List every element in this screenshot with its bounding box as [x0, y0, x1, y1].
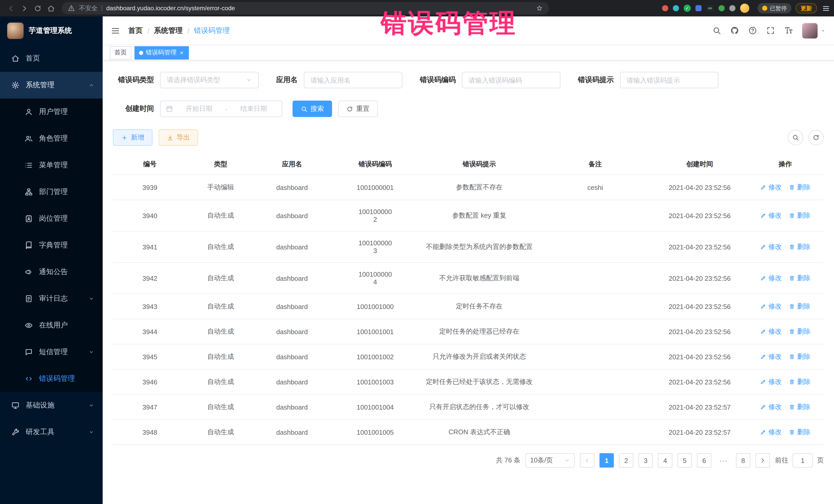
- add-button[interactable]: 新增: [113, 129, 152, 146]
- prev-page-button[interactable]: [580, 453, 594, 467]
- error-code-input[interactable]: [462, 72, 561, 88]
- edit-link[interactable]: 修改: [760, 402, 782, 412]
- breadcrumb-item[interactable]: 首页: [128, 26, 143, 35]
- sidebar-item[interactable]: 角色管理: [0, 125, 103, 152]
- paused-badge[interactable]: 已暂停: [758, 3, 791, 13]
- breadcrumb-item[interactable]: 错误码管理: [194, 26, 230, 35]
- page-size-select[interactable]: 10条/页: [526, 453, 575, 467]
- security-label[interactable]: 不安全: [79, 4, 97, 13]
- sidebar-collapse-icon[interactable]: [111, 26, 120, 35]
- page-button[interactable]: 3: [638, 453, 653, 467]
- search-button[interactable]: 搜索: [292, 101, 332, 117]
- extension-blue-icon[interactable]: [696, 5, 702, 11]
- page-button[interactable]: 5: [678, 453, 692, 467]
- error-type-select[interactable]: 请选择错误码类型: [160, 72, 259, 88]
- close-icon[interactable]: [179, 50, 184, 55]
- cell-code: 1001001004: [330, 394, 421, 420]
- edit-link[interactable]: 修改: [760, 352, 782, 361]
- cell-created: 2021-04-20 23:52:56: [652, 231, 747, 263]
- sidebar-item[interactable]: 审计日志: [0, 285, 103, 312]
- refresh-table-button[interactable]: [808, 130, 824, 145]
- sidebar-item[interactable]: 基础设施: [0, 392, 103, 419]
- font-size-icon[interactable]: [784, 26, 793, 35]
- delete-link[interactable]: 删除: [789, 273, 810, 283]
- sidebar-item[interactable]: 错误码管理: [0, 366, 103, 392]
- sidebar-item[interactable]: 字典管理: [0, 232, 103, 259]
- browser-profile-avatar[interactable]: [740, 4, 749, 13]
- error-hint-input[interactable]: [620, 72, 719, 88]
- reload-icon[interactable]: [31, 2, 44, 15]
- delete-link[interactable]: 删除: [789, 428, 810, 437]
- export-button[interactable]: 导出: [159, 129, 198, 146]
- sidebar-item[interactable]: 在线用户: [0, 312, 103, 339]
- sidebar-item[interactable]: 研发工具: [0, 419, 103, 445]
- forward-icon[interactable]: [18, 2, 31, 15]
- home-icon[interactable]: [44, 2, 58, 15]
- page-button[interactable]: 1: [599, 453, 614, 467]
- update-button[interactable]: 更新: [795, 3, 817, 13]
- fullscreen-icon[interactable]: [766, 26, 775, 35]
- extension-teal-icon[interactable]: [673, 5, 679, 11]
- user-avatar-menu[interactable]: [802, 23, 826, 38]
- edit-link[interactable]: 修改: [760, 377, 782, 387]
- page-button[interactable]: 8: [736, 453, 750, 467]
- sidebar-item[interactable]: 系统管理: [0, 72, 103, 98]
- edit-link[interactable]: 修改: [760, 428, 782, 437]
- page-button[interactable]: 4: [658, 453, 672, 467]
- extension-red-icon[interactable]: [662, 5, 668, 11]
- chrome-menu-icon[interactable]: [822, 4, 830, 12]
- url-text[interactable]: dashboard.yudao.iocoder.cn/system/error-…: [106, 5, 235, 12]
- edit-link[interactable]: 修改: [760, 242, 782, 251]
- goto-page-input[interactable]: [792, 453, 813, 467]
- delete-link[interactable]: 删除: [789, 327, 810, 336]
- breadcrumb-item[interactable]: 系统管理: [154, 26, 183, 35]
- edit-link[interactable]: 修改: [760, 211, 782, 220]
- page-button[interactable]: ···: [717, 453, 731, 467]
- sidebar-item[interactable]: 菜单管理: [0, 152, 103, 179]
- cell-id: 3948: [113, 420, 187, 445]
- delete-link[interactable]: 删除: [789, 302, 810, 311]
- delete-link[interactable]: 删除: [789, 377, 810, 387]
- extension-green-check-icon[interactable]: ✓: [684, 5, 691, 12]
- date-range-picker[interactable]: 开始日期 - 结束日期: [160, 101, 282, 117]
- app-logo[interactable]: 芋道管理系统: [0, 17, 103, 45]
- search-icon[interactable]: [712, 26, 721, 35]
- help-icon[interactable]: [748, 26, 757, 35]
- cell-app: dashboard: [254, 200, 330, 231]
- delete-link[interactable]: 删除: [789, 402, 810, 412]
- delete-link[interactable]: 删除: [789, 183, 810, 192]
- extension-on-badge-icon[interactable]: on: [706, 5, 714, 12]
- edit-link[interactable]: 修改: [760, 327, 782, 336]
- bookmark-star-icon[interactable]: [536, 5, 543, 12]
- column-header: 操作: [747, 154, 824, 175]
- delete-link[interactable]: 删除: [789, 352, 810, 361]
- edit-link[interactable]: 修改: [760, 273, 782, 283]
- reset-button[interactable]: 重置: [338, 101, 378, 117]
- sidebar-item[interactable]: 岗位管理: [0, 205, 103, 232]
- sidebar-item[interactable]: 用户管理: [0, 98, 103, 125]
- sidebar-item[interactable]: 通知公告: [0, 259, 103, 285]
- sidebar-item[interactable]: 首页: [0, 45, 103, 72]
- pause-dot-icon: [762, 6, 767, 11]
- screen: 不安全 dashboard.yudao.iocoder.cn/system/er…: [0, 0, 834, 504]
- page-button[interactable]: 6: [697, 453, 711, 467]
- page-button[interactable]: 2: [619, 453, 633, 467]
- tab[interactable]: 错误码管理: [134, 46, 189, 59]
- delete-link[interactable]: 删除: [789, 211, 810, 220]
- next-page-button[interactable]: [755, 453, 770, 467]
- extension-leaf-icon[interactable]: [719, 5, 725, 11]
- tab[interactable]: 首页: [110, 46, 131, 59]
- edit-link[interactable]: 修改: [760, 302, 782, 311]
- sidebar-item[interactable]: 短信管理: [0, 339, 103, 366]
- app-name-input[interactable]: [304, 72, 402, 88]
- sidebar-item[interactable]: 部门管理: [0, 179, 103, 205]
- cell-remark: [538, 263, 652, 294]
- cell-id: 3940: [113, 200, 187, 231]
- toggle-search-button[interactable]: [788, 130, 803, 145]
- cell-actions: 修改 删除: [747, 294, 824, 319]
- back-icon[interactable]: [4, 2, 18, 15]
- delete-link[interactable]: 删除: [789, 242, 810, 251]
- github-icon[interactable]: [730, 26, 739, 35]
- edit-link[interactable]: 修改: [760, 183, 782, 192]
- extensions-pin-icon[interactable]: [729, 5, 736, 11]
